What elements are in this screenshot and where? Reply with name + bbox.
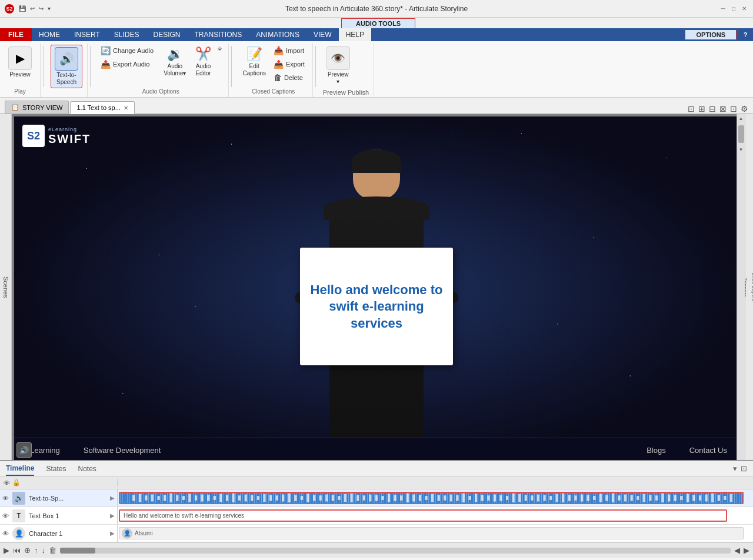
restore-timeline-icon[interactable]: ⊡ [741,464,747,473]
customize-btn[interactable]: ▾ [46,5,52,12]
notes-tab[interactable]: Notes [78,462,96,475]
view-icon-1[interactable]: ⊡ [688,104,695,114]
svg-rect-24 [282,495,284,502]
rewind-tl-btn[interactable]: ⏮ [13,546,21,555]
audio-editor-button[interactable]: ✂️ AudioEditor [191,45,215,79]
view-icon-4[interactable]: ⊠ [719,104,727,114]
story-view-tab[interactable]: 📋 STORY VIEW [5,101,69,114]
textbox-row-expand[interactable]: ▶ [110,512,115,519]
person-shoulders [324,196,429,220]
tab-file[interactable]: FILE [0,28,32,41]
change-audio-button[interactable]: 🔄 Change Audio [98,45,156,56]
nav-contact[interactable]: Contact Us [689,446,727,455]
nav-blogs[interactable]: Blogs [647,446,666,455]
tts-track[interactable] [118,489,745,506]
collapse-icon[interactable]: ▾ [733,464,737,473]
tab-view[interactable]: VIEW [306,28,339,41]
slide-view-tab[interactable]: 1.1 Text to sp... ✕ [70,101,134,114]
char-thumb: 👤 [12,527,25,540]
move-up-btn[interactable]: ↑ [34,546,38,555]
tab-slides[interactable]: SLIDES [107,28,146,41]
scenes-panel[interactable]: Scenes [0,114,12,460]
svg-rect-46 [419,495,421,501]
svg-rect-82 [643,494,645,502]
minimize-btn[interactable]: ─ [719,5,727,13]
svg-rect-63 [525,495,527,501]
tts-eye-icon[interactable]: 👁 [2,495,9,502]
char-row-controls: 👁 👤 Character 1 ▶ [0,525,118,542]
scroll-thumb[interactable] [738,125,744,143]
svg-rect-33 [338,496,340,500]
tab-design[interactable]: DESIGN [146,28,187,41]
timeline-tab[interactable]: Timeline [6,462,34,476]
tl-label-col-header: 👁 🔒 [0,479,118,486]
title-bar: S2 💾 ↩ ↪ ▾ Text to speech in Articulate … [0,0,753,18]
close-btn[interactable]: ✕ [740,5,748,13]
ribbon: ▶ Preview Play 🔊 Text-to-Speech [0,41,753,98]
audio-small-btns: 🔄 Change Audio 📤 Export Audio [98,45,156,70]
settings-icon[interactable]: ⚙ [741,104,748,114]
svg-rect-59 [499,495,502,501]
tab-home[interactable]: HOME [32,28,67,41]
tts-row-expand[interactable]: ▶ [110,495,115,501]
tts-label: Text-to-Speech [56,72,76,86]
tab-insert[interactable]: INSERT [67,28,107,41]
scroll-up-arrow[interactable]: ▲ [739,114,744,123]
svg-rect-41 [388,494,390,502]
view-icon-3[interactable]: ⊟ [709,104,716,114]
v-scrollbar[interactable]: ▲ ▼ [737,114,745,460]
move-down-btn[interactable]: ↓ [42,546,46,555]
edit-captions-button[interactable]: 📝 EditCaptions [239,45,269,79]
play-tl-btn[interactable]: ▶ [4,546,9,555]
delete-layer-btn[interactable]: 🗑 [49,546,56,555]
delete-captions-button[interactable]: 🗑 Delete [271,72,308,84]
add-layer-btn[interactable]: ⊕ [24,546,31,555]
view-icon-2[interactable]: ⊞ [698,104,705,114]
redo-btn[interactable]: ↪ [38,5,45,12]
char-eye-icon[interactable]: 👁 [2,530,9,537]
textbox-track[interactable]: Hello and welcome to swift e-learning se… [118,507,745,524]
view-icon-5[interactable]: ⊡ [730,104,737,114]
nav-software[interactable]: Software Development [84,446,161,455]
options-tab[interactable]: OPTIONS [685,30,737,40]
import-button[interactable]: 📥 Import [271,45,308,56]
preview-play-button[interactable]: ▶ Preview [5,45,35,80]
sep1 [43,46,44,87]
scroll-left-btn[interactable]: ◀ [734,546,740,555]
undo-btn[interactable]: ↩ [29,5,36,12]
text-to-speech-button[interactable]: 🔊 Text-to-Speech [51,45,82,88]
help-button[interactable]: ? [740,29,751,40]
scroll-right-btn[interactable]: ▶ [744,546,749,555]
char-track[interactable]: 👤 Atsumi [118,525,745,542]
tab-transitions[interactable]: TRANSITIONS [188,28,249,41]
import-icon: 📥 [274,46,284,55]
text-to-speech-row: 👁 🔊 Text-to-Sp... ▶ [0,489,753,507]
restore-btn[interactable]: □ [729,5,738,13]
svg-rect-23 [276,495,278,501]
char-row-expand[interactable]: ▶ [110,530,115,536]
speaker-button[interactable]: 🔊 [16,442,32,458]
audio-volume-button[interactable]: 🔉 AudioVolume▾ [160,45,189,79]
textbox-eye-icon[interactable]: 👁 [2,512,9,519]
svg-rect-0 [132,495,135,501]
header-eye-icon[interactable]: 👁 [4,479,10,486]
header-lock-icon[interactable]: 🔒 [12,479,21,486]
character-row: 👁 👤 Character 1 ▶ 👤 Atsumi [0,525,753,542]
export-audio-button[interactable]: 📤 Export Audio [98,58,156,70]
export-captions-button[interactable]: 📤 Export [271,58,308,70]
tab-close-icon[interactable]: ✕ [124,105,128,111]
expand-btn[interactable]: ⬙ [216,45,224,53]
states-tab[interactable]: States [46,462,66,475]
tts-thumb: 🔊 [12,492,25,505]
tab-help[interactable]: HELP [339,28,371,41]
preview-publish-button[interactable]: 👁️ Preview▾ [323,45,354,87]
tab-animations[interactable]: ANIMATIONS [249,28,306,41]
save-btn[interactable]: 💾 [18,5,27,12]
tts-group-label [51,95,82,96]
tts-group-items: 🔊 Text-to-Speech [51,45,82,95]
svg-rect-75 [599,494,602,502]
scroll-down-arrow[interactable]: ▼ [739,145,744,154]
sign-area: Hello and welcome to swift e-learning se… [300,248,453,365]
svg-rect-27 [301,496,303,500]
timeline-h-scrollbar[interactable] [60,548,731,554]
